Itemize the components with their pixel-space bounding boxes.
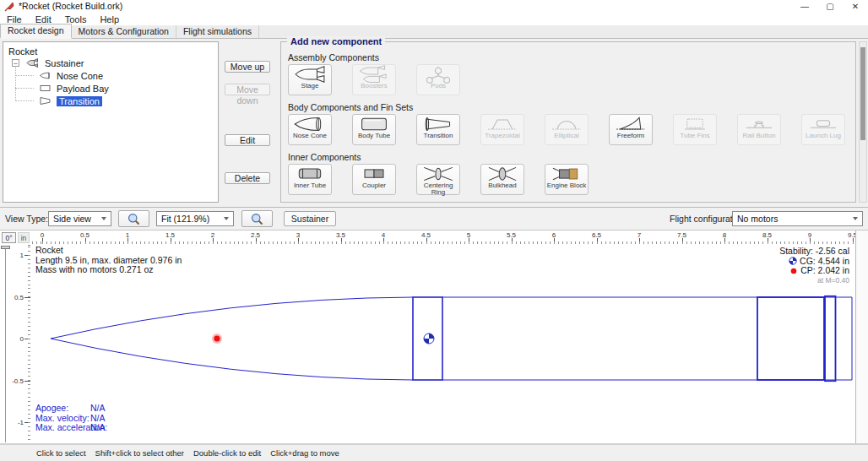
- body-tube-button[interactable]: Body Tube: [352, 114, 396, 145]
- rail-button-button: Rail Button: [737, 114, 781, 145]
- title-bar: *Rocket (Rocket Build.ork) — ▢ ✕: [0, 0, 868, 14]
- simulation-results-block: Apogee:N/A Max. velocity:N/A Max. accele…: [35, 404, 106, 433]
- maximize-icon[interactable]: ▢: [817, 0, 843, 14]
- engine-block-button[interactable]: Engine Block: [545, 164, 589, 195]
- inner-components-label: Inner Components: [288, 152, 855, 162]
- stability-value: Stability: -2.56 cal: [779, 247, 849, 257]
- nose-cone-small-icon: [37, 71, 53, 80]
- transition-selected-outline: [413, 297, 442, 380]
- move-up-button[interactable]: Move up: [225, 61, 270, 73]
- stage-toggle-sustainer[interactable]: Sustainer: [284, 211, 336, 226]
- tree-root-rocket[interactable]: Rocket: [8, 46, 37, 57]
- tab-rocket-design[interactable]: Rocket design: [0, 24, 72, 39]
- bulkhead-button[interactable]: Bulkhead: [480, 164, 524, 195]
- pods-button: Pods: [416, 64, 460, 95]
- centering-ring-button[interactable]: Centering Ring: [416, 164, 460, 195]
- tree-item-payload-bay[interactable]: Payload Bay: [37, 83, 109, 94]
- max-acceleration-label: Max. acceleration:: [35, 423, 90, 433]
- window-title: *Rocket (Rocket Build.ork): [19, 1, 122, 11]
- rotation-slider-handle[interactable]: [1, 246, 10, 249]
- transition-button[interactable]: Transition: [416, 114, 460, 145]
- design-panel: Rocket – Sustainer Nose Cone: [0, 39, 868, 208]
- delete-button[interactable]: Delete: [225, 172, 270, 184]
- inner-components-row: Inner Tube Coupler Centering Ring: [288, 164, 855, 195]
- apogee-label: Apogee:: [35, 404, 90, 414]
- cp-marker: [214, 335, 220, 341]
- cg-icon: [789, 257, 797, 265]
- stability-block: Stability: -2.56 cal CG: 4.544 in CP: 2.…: [779, 247, 849, 285]
- zoom-in-button[interactable]: [241, 210, 273, 227]
- freeform-fin-button[interactable]: Freeform: [609, 114, 653, 145]
- pods-icon: [420, 65, 457, 84]
- magnifier-icon: [250, 212, 264, 226]
- openrocket-window: *Rocket (Rocket Build.ork) — ▢ ✕ File Ed…: [0, 0, 868, 461]
- app-icon: [4, 2, 14, 12]
- tab-bar: Rocket design Motors & Configuration Fli…: [0, 25, 868, 39]
- rail-button-icon: [741, 115, 778, 133]
- chevron-down-icon: [853, 217, 858, 220]
- cp-value: CP: 2.042 in: [800, 266, 849, 276]
- component-panel-scrollbar[interactable]: [859, 41, 867, 203]
- view-type-label: View Type:: [5, 214, 48, 224]
- tree-item-sustainer[interactable]: – Sustainer: [12, 57, 84, 68]
- body-tube-small-icon: [37, 84, 53, 93]
- launch-lug-button: Launch Lug: [801, 114, 845, 145]
- nose-cone-button[interactable]: Nose Cone: [288, 114, 332, 145]
- chevron-down-icon: [101, 217, 106, 220]
- rotation-slider-track: [5, 248, 6, 442]
- status-bar: Click to select Shift+click to select ot…: [0, 444, 868, 461]
- rotation-angle-box[interactable]: 0°: [2, 232, 16, 243]
- tab-flight-simulations[interactable]: Flight simulations: [176, 25, 259, 38]
- hint-click-select: Click to select: [36, 448, 86, 458]
- panel-title: Add new component: [287, 36, 385, 46]
- selected-tree-label: Transition: [57, 96, 102, 106]
- menu-help[interactable]: Help: [93, 14, 126, 25]
- zoom-out-button[interactable]: [118, 210, 149, 227]
- canvas-scrollbar[interactable]: [855, 230, 868, 443]
- zoom-level-select[interactable]: Fit (121.9%): [156, 211, 234, 226]
- tube-fins-button: Tube Fins: [673, 114, 717, 145]
- close-icon[interactable]: ✕: [843, 0, 868, 14]
- flight-configuration-select[interactable]: No motors: [732, 211, 863, 226]
- trapezoidal-fin-icon: [484, 115, 521, 133]
- apogee-value: N/A: [90, 403, 106, 413]
- hint-double-click: Double-click to edit: [193, 448, 261, 458]
- launch-lug-icon: [805, 115, 842, 133]
- aft-component-outline: [757, 297, 824, 380]
- view-toolbar: View Type: Side view Fit (121.9%) Sustai…: [0, 208, 868, 230]
- bulkhead-icon: [484, 165, 521, 183]
- rocket-name: Rocket: [35, 246, 182, 256]
- component-tree[interactable]: Rocket – Sustainer Nose Cone: [3, 41, 219, 203]
- boosters-button: Boosters: [352, 64, 396, 95]
- trapezoidal-fin-button: Trapezoidal: [480, 114, 524, 145]
- ruler-unit-label: in: [18, 232, 30, 243]
- minimize-icon[interactable]: —: [792, 0, 817, 14]
- edit-button[interactable]: Edit: [225, 134, 270, 146]
- scrollbar-thumb[interactable]: [860, 47, 865, 140]
- inner-tube-button[interactable]: Inner Tube: [288, 164, 332, 195]
- tree-item-nose-cone[interactable]: Nose Cone: [37, 70, 103, 81]
- stability-condition: at M=0.40: [779, 276, 849, 286]
- coupler-button[interactable]: Coupler: [352, 164, 396, 195]
- stage-rocket-icon: [23, 58, 41, 68]
- hint-shift-click: Shift+click to select other: [95, 448, 184, 458]
- tree-connector: [15, 66, 17, 101]
- rocket-canvas[interactable]: 0° in 00.511.522.533.544.555.566.577.588…: [0, 230, 868, 444]
- freeform-fin-icon: [612, 115, 649, 133]
- tree-item-transition[interactable]: Transition: [37, 95, 102, 106]
- move-down-button: Move down: [225, 84, 270, 95]
- view-type-select[interactable]: Side view: [48, 211, 111, 226]
- coupler-icon: [355, 165, 393, 183]
- body-tube-outline: [442, 297, 852, 380]
- ruler-h: 00.511.522.533.544.555.566.577.588.599.5: [30, 230, 855, 245]
- transition-small-icon: [37, 96, 53, 106]
- tab-motors-configuration[interactable]: Motors & Configuration: [72, 25, 176, 38]
- hint-click-drag: Click+drag to move: [270, 448, 339, 458]
- add-new-component-panel: Add new component Assembly Components St…: [280, 41, 856, 203]
- nose-cone-icon: [291, 115, 328, 133]
- stage-button[interactable]: Stage: [288, 64, 332, 95]
- cp-marker-halo: [212, 334, 222, 344]
- inner-tube-icon: [291, 165, 328, 183]
- centering-ring-icon: [420, 165, 457, 183]
- max-acceleration-value: N/A: [90, 422, 106, 432]
